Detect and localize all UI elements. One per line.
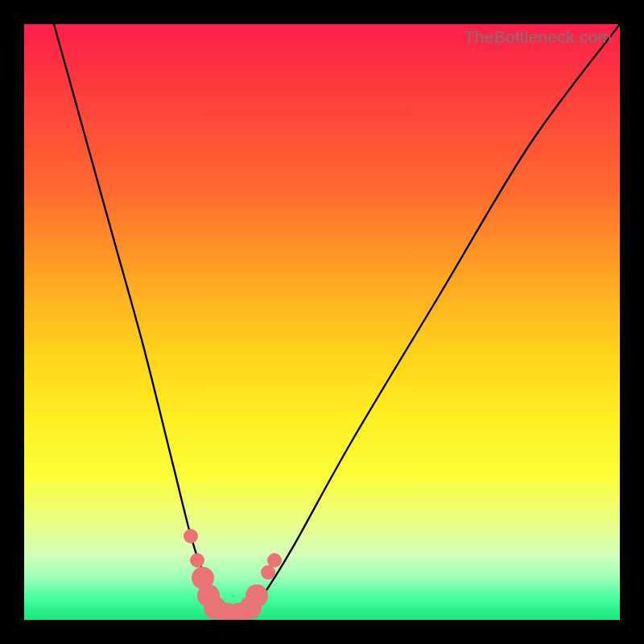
highlight-marker (190, 553, 204, 568)
plot-area: TheBottleneck.com (24, 24, 620, 620)
highlight-marker (184, 529, 198, 543)
watermark-text: TheBottleneck.com (464, 27, 612, 47)
highlight-marker (246, 584, 268, 607)
chart-frame: TheBottleneck.com (0, 0, 644, 644)
marker-group (24, 24, 620, 620)
highlight-marker (267, 553, 282, 568)
